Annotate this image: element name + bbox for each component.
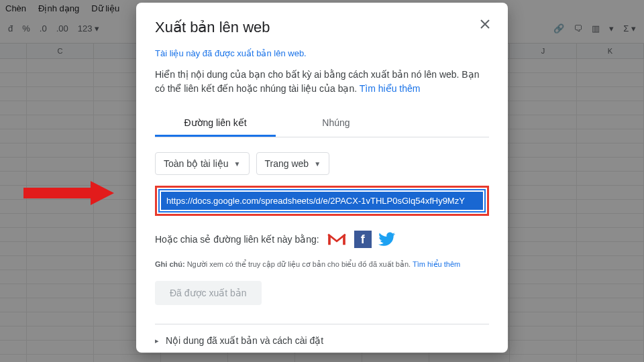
dialog-description-text: Hiển thị nội dung của bạn cho bất kỳ ai … [155,69,479,94]
close-icon [480,19,490,29]
footnote-label: Ghi chú: [155,260,185,268]
currency-format-button[interactable]: đ [5,23,15,34]
footnote: Ghi chú: Người xem có thể truy cập dữ li… [155,260,489,269]
published-content-settings-toggle[interactable]: ▸ Nội dung đã xuất bản và cách cài đặt [155,324,489,353]
menu-data[interactable]: Dữ liệu [91,3,119,13]
tab-link[interactable]: Đường liên kết [155,111,276,137]
menu-insert[interactable]: Chèn [5,3,26,13]
dialog-title: Xuất bản lên web [155,19,489,36]
format-dropdown[interactable]: Trang web ▼ [256,152,330,175]
published-button: Đã được xuất bản [155,281,262,305]
chevron-down-icon: ▼ [314,160,321,168]
published-url-field[interactable]: https://docs.google.com/spreadsheets/d/e… [158,189,486,213]
facebook-icon[interactable]: f [354,231,372,248]
close-button[interactable] [477,16,493,32]
column-header[interactable]: J [510,44,577,58]
share-via-label: Hoặc chia sẻ đường liên kết này bằng: [155,234,319,245]
functions-icon[interactable]: Σ ▾ [621,23,639,34]
gmail-icon[interactable] [326,231,347,248]
row-header-corner [0,44,27,58]
column-header[interactable]: K [577,44,644,58]
decrease-decimal-button[interactable]: .0 [37,23,50,34]
filter-icon[interactable]: ▾ [606,23,616,34]
twitter-icon[interactable] [378,231,396,248]
menu-format[interactable]: Định dạng [38,3,79,13]
percent-format-button[interactable]: % [19,23,33,34]
document-scope-dropdown[interactable]: Toàn bộ tài liệu ▼ [155,152,250,175]
number-format-dropdown[interactable]: 123 ▾ [75,23,102,34]
footnote-text: Người xem có thể truy cập dữ liệu cơ bản… [185,260,413,268]
insert-chart-icon[interactable]: ▥ [589,23,602,34]
footnote-learn-more-link[interactable]: Tìm hiểu thêm [413,260,460,268]
published-url-text[interactable]: https://docs.google.com/spreadsheets/d/e… [161,192,483,210]
published-status-note: Tài liệu này đã được xuất bản lên web. [155,48,489,58]
dropdown-label: Trang web [265,158,309,169]
column-header[interactable]: C [27,44,94,58]
tab-embed[interactable]: Nhúng [276,111,396,137]
annotation-highlight-box: https://docs.google.com/spreadsheets/d/e… [155,186,489,216]
insert-comment-icon[interactable]: 🗨 [571,23,585,34]
dropdown-label: Toàn bộ tài liệu [164,158,229,169]
chevron-right-icon: ▸ [155,337,159,345]
dialog-tabs: Đường liên kết Nhúng [155,111,489,137]
insert-link-icon[interactable]: 🔗 [551,23,567,34]
learn-more-link[interactable]: Tìm hiểu thêm [360,83,421,94]
expand-label: Nội dung đã xuất bản và cách cài đặt [166,335,323,346]
publish-to-web-dialog: Xuất bản lên web Tài liệu này đã được xu… [136,3,508,353]
increase-decimal-button[interactable]: .00 [54,23,71,34]
chevron-down-icon: ▼ [234,160,241,168]
dialog-description: Hiển thị nội dung của bạn cho bất kỳ ai … [155,68,489,96]
